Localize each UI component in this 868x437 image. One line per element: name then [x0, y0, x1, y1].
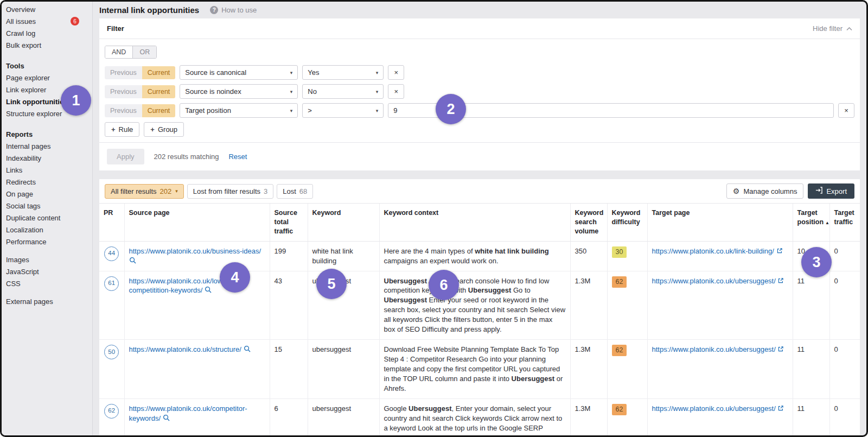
- annotation-circle-6: 6: [429, 270, 459, 300]
- and-button[interactable]: AND: [105, 46, 132, 58]
- add-group-label: Group: [158, 125, 177, 134]
- or-button[interactable]: OR: [132, 46, 156, 58]
- source-page-link[interactable]: https://www.platonik.co.uk/business-idea…: [129, 247, 261, 255]
- sidebar-item-label: Reports: [6, 130, 33, 138]
- sidebar-item-overview[interactable]: Overview: [2, 3, 92, 15]
- caret-down-icon: ▾: [376, 70, 379, 75]
- tab-label: Lost: [283, 187, 296, 195]
- target-page-link[interactable]: https://www.platonik.co.uk/link-building…: [652, 247, 774, 255]
- keyword-cell: ubersuggest: [308, 398, 379, 435]
- external-link-icon[interactable]: [777, 345, 784, 353]
- value-select[interactable]: No ▾: [302, 84, 384, 99]
- current-toggle[interactable]: Current: [142, 85, 176, 98]
- table-row: 50https://www.platonik.co.uk/structure/ …: [99, 340, 860, 399]
- field-select[interactable]: Source is canonical ▾: [180, 65, 298, 80]
- sidebar-item-crawl-log[interactable]: Crawl log: [2, 27, 92, 39]
- manage-columns-button[interactable]: ⚙ Manage columns: [726, 183, 804, 199]
- source-page-link[interactable]: https://www.platonik.co.uk/structure/: [129, 345, 241, 353]
- caret-down-icon: ▾: [290, 70, 293, 75]
- col-header-target-traffic[interactable]: Target traffic: [829, 204, 860, 242]
- scope-toggle: Previous Current: [105, 66, 175, 79]
- add-rule-button[interactable]: + Rule: [105, 122, 139, 137]
- value-select-value: Yes: [308, 68, 319, 77]
- operator-select[interactable]: > ▾: [302, 103, 384, 118]
- external-link-icon[interactable]: [777, 404, 784, 413]
- source-traffic-cell: 15: [270, 340, 308, 399]
- target-page-link[interactable]: https://www.platonik.co.uk/ubersuggest/: [652, 277, 776, 285]
- magnifier-icon[interactable]: [205, 286, 212, 294]
- col-header-pr[interactable]: PR: [99, 204, 124, 242]
- filter-rule-row: Previous Current Source is noindex ▾ No …: [105, 84, 854, 99]
- col-header-source-total-traffic[interactable]: Source total traffic: [270, 204, 308, 242]
- results-table: PR Source page Source total traffic Keyw…: [99, 203, 860, 435]
- sidebar-item-label: Bulk export: [6, 41, 41, 49]
- sidebar-item-css[interactable]: CSS: [2, 277, 92, 289]
- magnifier-icon[interactable]: [244, 345, 251, 353]
- col-header-source-page[interactable]: Source page: [124, 204, 270, 242]
- tab-lost-from-filter-results[interactable]: Lost from filter results 3: [187, 184, 274, 199]
- previous-toggle[interactable]: Previous: [105, 104, 142, 117]
- col-header-keyword-difficulty[interactable]: Keyword difficulty: [607, 204, 647, 242]
- magnifier-icon[interactable]: [129, 257, 136, 265]
- sidebar-item-on-page[interactable]: On page: [2, 188, 92, 200]
- col-header-keyword[interactable]: Keyword: [308, 204, 379, 242]
- tab-all-filter-results[interactable]: All filter results 202 ▾: [105, 184, 184, 199]
- previous-toggle[interactable]: Previous: [105, 85, 142, 98]
- sidebar-item-duplicate-content[interactable]: Duplicate content: [2, 212, 92, 224]
- target-page-link[interactable]: https://www.platonik.co.uk/ubersuggest/: [652, 404, 776, 413]
- target-page-link[interactable]: https://www.platonik.co.uk/ubersuggest/: [652, 345, 776, 353]
- remove-rule-button[interactable]: ×: [388, 65, 404, 80]
- col-header-keyword-search-volume[interactable]: Keyword search volume: [570, 204, 607, 242]
- target-traffic-cell: 0: [829, 241, 860, 271]
- sidebar-item-all-issues[interactable]: All issues6: [2, 15, 92, 27]
- help-icon: ?: [210, 6, 218, 14]
- table-row: 44https://www.platonik.co.uk/business-id…: [99, 241, 860, 271]
- sidebar-item-localization[interactable]: Localization: [2, 224, 92, 236]
- sidebar-item-links[interactable]: Links: [2, 164, 92, 176]
- hide-filter-button[interactable]: Hide filter: [813, 24, 852, 33]
- target-position-cell: 11: [793, 340, 829, 399]
- remove-rule-button[interactable]: ×: [838, 103, 854, 118]
- sidebar-item-page-explorer[interactable]: Page explorer: [2, 72, 92, 84]
- sidebar-item-social-tags[interactable]: Social tags: [2, 200, 92, 212]
- how-to-use-link[interactable]: ? How to use: [210, 6, 257, 14]
- sidebar-item-indexability[interactable]: Indexability: [2, 152, 92, 164]
- sidebar-item-internal-pages[interactable]: Internal pages: [2, 140, 92, 152]
- sidebar-item-javascript[interactable]: JavaScript: [2, 265, 92, 277]
- field-select[interactable]: Target position ▾: [180, 103, 298, 118]
- external-link-icon[interactable]: [777, 277, 784, 285]
- field-select[interactable]: Source is noindex ▾: [180, 84, 298, 99]
- pagerank-badge: 62: [104, 404, 119, 419]
- remove-rule-button[interactable]: ×: [388, 84, 404, 99]
- pr-cell: 50: [99, 340, 124, 399]
- keyword-context-cell: Here are the 4 main types of white hat l…: [379, 241, 570, 271]
- sidebar-item-bulk-export[interactable]: Bulk export: [2, 39, 92, 51]
- col-header-target-page[interactable]: Target page: [647, 204, 793, 242]
- external-link-icon[interactable]: [776, 247, 783, 255]
- current-toggle[interactable]: Current: [142, 66, 176, 79]
- value-select[interactable]: Yes ▾: [302, 65, 384, 80]
- table-row: 61https://www.platonik.co.uk/low-competi…: [99, 271, 860, 340]
- col-header-keyword-context[interactable]: Keyword context: [379, 204, 570, 242]
- sidebar-item-performance[interactable]: Performance: [2, 236, 92, 248]
- source-page-link[interactable]: https://www.platonik.co.uk/competitor-ke…: [129, 404, 247, 422]
- apply-button[interactable]: Apply: [107, 149, 144, 164]
- add-group-button[interactable]: + Group: [144, 122, 184, 137]
- sidebar-item-external-pages[interactable]: External pages: [2, 295, 92, 307]
- sidebar-item-label: Images: [6, 256, 29, 264]
- keyword-cell: white hat link building: [308, 241, 379, 271]
- sidebar-item-images[interactable]: Images: [2, 254, 92, 265]
- target-page-cell: https://www.platonik.co.uk/link-building…: [647, 241, 793, 271]
- source-page-cell: https://www.platonik.co.uk/structure/: [124, 340, 270, 399]
- pagerank-badge: 44: [104, 246, 119, 261]
- filter-panel-header: Filter Hide filter: [99, 18, 860, 39]
- tab-lost[interactable]: Lost 68: [277, 184, 313, 199]
- col-header-target-position[interactable]: Target position▲: [793, 204, 829, 242]
- magnifier-icon[interactable]: [163, 414, 170, 422]
- previous-toggle[interactable]: Previous: [105, 66, 142, 79]
- current-toggle[interactable]: Current: [142, 104, 176, 117]
- export-button[interactable]: Export: [808, 183, 854, 199]
- gear-icon: ⚙: [733, 187, 740, 195]
- reset-link[interactable]: Reset: [228, 153, 247, 161]
- sidebar-item-redirects[interactable]: Redirects: [2, 176, 92, 188]
